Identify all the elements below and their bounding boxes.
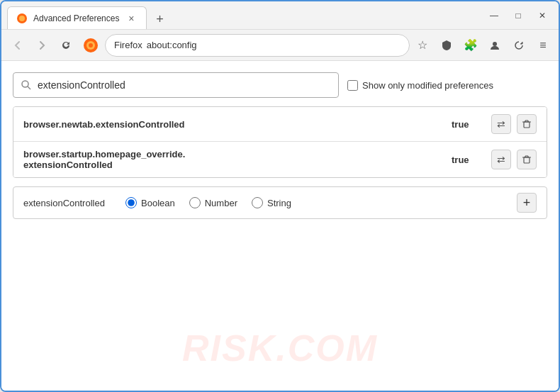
sync-svg-icon	[513, 40, 525, 51]
svg-line-7	[28, 86, 30, 89]
back-icon	[13, 40, 23, 50]
show-modified-label: Show only modified preferences	[362, 80, 493, 91]
search-row: Show only modified preferences	[13, 72, 547, 98]
search-box[interactable]	[13, 72, 339, 98]
search-input[interactable]	[38, 79, 331, 91]
number-label: Number	[205, 198, 237, 208]
add-preference-button[interactable]: +	[517, 193, 537, 213]
tab-title: Advanced Preferences	[33, 13, 119, 23]
delete-button-1[interactable]	[517, 114, 537, 134]
browser-window: Advanced Preferences × + — □ ✕	[0, 0, 560, 392]
svg-point-4	[89, 43, 93, 47]
table-row: browser.startup.homepage_override. exten…	[13, 142, 547, 177]
string-label: String	[267, 198, 291, 208]
svg-point-5	[493, 42, 497, 46]
shield-icon[interactable]	[437, 35, 457, 55]
show-modified-option: Show only modified preferences	[347, 80, 493, 91]
table-row: browser.newtab.extensionControlled true …	[13, 107, 547, 142]
number-option[interactable]: Number	[189, 197, 237, 208]
results-table: browser.newtab.extensionControlled true …	[13, 106, 547, 178]
forward-icon	[37, 40, 47, 50]
svg-rect-13	[524, 157, 530, 163]
pref-value-2: true	[452, 155, 480, 165]
tab-close-button[interactable]: ×	[125, 12, 138, 25]
delete-button-2[interactable]	[517, 150, 537, 169]
pref-name-1: browser.newtab.extensionControlled	[23, 119, 452, 130]
menu-icon[interactable]: ≡	[533, 35, 553, 55]
url-bar[interactable]: Firefox about:config	[105, 34, 410, 57]
close-button[interactable]: ✕	[532, 8, 553, 23]
row-actions-1: ⇄	[491, 114, 537, 134]
boolean-label: Boolean	[141, 198, 175, 208]
number-radio[interactable]	[189, 197, 201, 208]
nav-bar: Firefox about:config ☆ 🧩	[1, 30, 559, 61]
tab-favicon-icon	[16, 13, 28, 24]
tab-area: Advanced Preferences × +	[7, 1, 478, 29]
pref-name-2: browser.startup.homepage_override. exten…	[23, 149, 452, 170]
browser-name: Firefox	[114, 40, 142, 50]
profile-icon[interactable]	[485, 35, 505, 55]
window-controls: — □ ✕	[478, 8, 553, 23]
forward-button[interactable]	[31, 35, 52, 56]
svg-point-6	[22, 81, 28, 87]
string-radio[interactable]	[252, 197, 263, 208]
sync-icon[interactable]	[509, 35, 529, 55]
profile-svg-icon	[489, 40, 500, 51]
string-option[interactable]: String	[252, 197, 291, 208]
new-pref-name: extensionControlled	[23, 198, 108, 208]
row-actions-2: ⇄	[491, 150, 537, 169]
trash-icon-1	[522, 119, 532, 129]
toggle-button-1[interactable]: ⇄	[491, 114, 511, 134]
url-text: about:config	[147, 40, 197, 50]
add-preference-row: extensionControlled Boolean Number Strin…	[13, 186, 547, 219]
boolean-radio[interactable]	[125, 197, 137, 208]
trash-icon-2	[522, 155, 532, 164]
title-bar: Advanced Preferences × + — □ ✕	[1, 1, 559, 30]
nav-icons: ☆ 🧩 ≡	[413, 35, 553, 55]
show-modified-checkbox[interactable]	[347, 80, 358, 91]
toggle-button-2[interactable]: ⇄	[491, 150, 511, 169]
firefox-logo-icon	[82, 37, 99, 54]
watermark: RISK.COM	[182, 327, 378, 369]
bookmark-icon[interactable]: ☆	[413, 35, 432, 55]
page-content: RISK.COM Show only modified preferences …	[1, 61, 559, 391]
svg-rect-8	[524, 122, 530, 128]
back-button[interactable]	[7, 35, 28, 56]
svg-point-1	[19, 16, 25, 21]
shield-svg-icon	[441, 40, 452, 51]
minimize-button[interactable]: —	[483, 8, 505, 23]
maximize-button[interactable]: □	[508, 8, 529, 23]
reload-button[interactable]	[55, 35, 77, 56]
type-radio-group: Boolean Number String	[125, 197, 500, 208]
search-icon	[21, 79, 32, 91]
boolean-option[interactable]: Boolean	[125, 197, 175, 208]
reload-icon	[60, 40, 72, 51]
active-tab[interactable]: Advanced Preferences ×	[7, 6, 147, 29]
new-tab-button[interactable]: +	[150, 9, 169, 29]
pref-value-1: true	[452, 119, 480, 130]
extension-icon[interactable]: 🧩	[461, 35, 481, 55]
